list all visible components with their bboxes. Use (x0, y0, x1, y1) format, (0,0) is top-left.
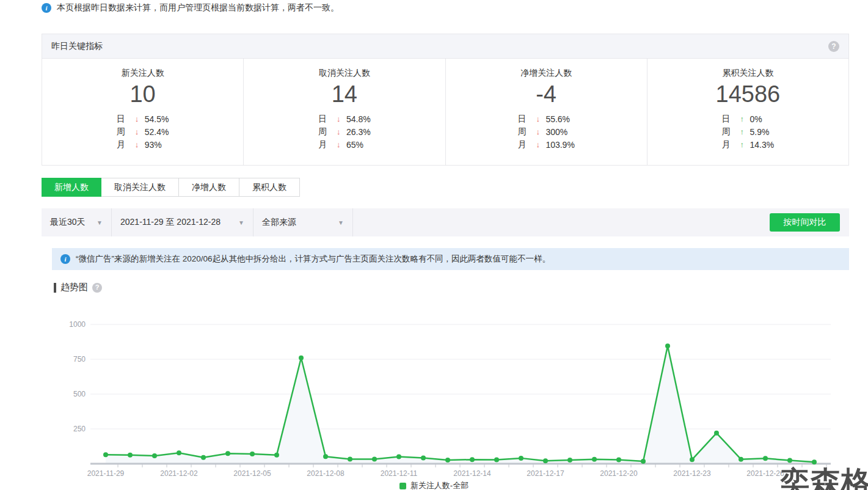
metric-trend-row: 周↓26.3% (318, 125, 371, 138)
help-icon[interactable]: ? (92, 283, 102, 293)
data-point (567, 458, 572, 463)
x-axis-tick-label: 2021-12-08 (307, 469, 345, 477)
data-point (177, 450, 181, 455)
data-point (763, 456, 768, 461)
trend-chart: 25050075010002021-11-292021-12-022021-12… (0, 312, 868, 477)
legend-label: 新关注人数-全部 (410, 480, 469, 490)
x-axis-tick-label: 2021-12-17 (527, 469, 564, 477)
arrow-down-icon: ↓ (135, 127, 145, 136)
arrow-down-icon: ↓ (337, 114, 346, 123)
trend-period-label: 周 (722, 126, 740, 137)
data-point (372, 456, 377, 461)
metric-trend-row: 日↓54.5% (117, 112, 169, 125)
data-point (103, 452, 108, 457)
data-point (616, 458, 621, 463)
data-point (739, 457, 743, 462)
metric-trend-row: 日↓54.8% (318, 112, 371, 125)
data-point (250, 452, 255, 456)
data-point (445, 458, 450, 463)
trend-period-label: 日 (722, 114, 740, 125)
trend-section-title: 趋势图 ? (54, 282, 102, 293)
metric-trend-row: 月↓65% (318, 138, 371, 151)
data-point (225, 451, 230, 456)
data-point (592, 457, 597, 462)
metric-label: 取消关注人数 (319, 68, 370, 79)
metric-trends: 日↓54.8%周↓26.3%月↓65% (318, 112, 371, 151)
chart-legend[interactable]: 新关注人数-全部 (0, 480, 868, 490)
metric-trends: 日↓54.5%周↓52.4%月↓93% (117, 112, 169, 151)
legend-swatch (399, 483, 406, 489)
trend-value: 300% (545, 127, 567, 137)
y-axis-tick-label: 500 (73, 390, 86, 398)
trend-value: 103.9% (545, 140, 574, 150)
arrow-down-icon: ↓ (536, 127, 545, 136)
source-dropdown[interactable]: 全部来源 ▼ (253, 208, 353, 236)
panel-header: 昨日关键指标 ? (42, 34, 848, 59)
data-point (519, 456, 523, 461)
arrow-down-icon: ↓ (135, 114, 145, 123)
metric-value: -4 (536, 81, 556, 108)
x-axis-tick-label: 2021-12-14 (453, 469, 491, 477)
metric-trend-row: 周↑5.9% (722, 125, 775, 138)
arrow-up-icon: ↑ (740, 114, 750, 123)
data-point (421, 455, 426, 460)
chevron-down-icon: ▼ (238, 219, 244, 226)
info-icon: i (42, 3, 51, 13)
help-icon[interactable]: ? (828, 41, 839, 52)
trend-period-label: 日 (517, 114, 536, 125)
metric-label: 新关注人数 (122, 68, 164, 79)
data-point (348, 456, 352, 461)
x-axis-tick-label: 2021-12-05 (233, 469, 271, 477)
data-point (641, 459, 646, 464)
x-axis-tick-label: 2021-12-20 (600, 469, 638, 477)
data-point (152, 453, 157, 458)
arrow-down-icon: ↓ (536, 114, 545, 123)
metric-card: 新关注人数10日↓54.5%周↓52.4%月↓93% (42, 59, 244, 165)
range-dropdown-label: 最近30天 (50, 217, 86, 228)
metric-label: 净增关注人数 (520, 68, 572, 79)
arrow-up-icon: ↑ (740, 140, 750, 149)
tab-new-followers[interactable]: 新增人数 (42, 178, 101, 197)
data-point (714, 431, 719, 436)
tab-cumulative[interactable]: 累积人数 (239, 178, 300, 197)
metric-tabs: 新增人数取消关注人数净增人数累积人数 (42, 178, 300, 197)
key-metrics-panel: 昨日关键指标 ? 新关注人数10日↓54.5%周↓52.4%月↓93%取消关注人… (42, 34, 849, 166)
data-point (299, 356, 304, 360)
arrow-up-icon: ↑ (740, 127, 750, 136)
x-axis-tick-label: 2021-12-02 (160, 469, 198, 477)
trend-value: 65% (346, 140, 363, 150)
compare-by-time-button[interactable]: 按时间对比 (770, 213, 840, 232)
data-point (396, 455, 401, 459)
range-dropdown[interactable]: 最近30天 ▼ (42, 208, 112, 236)
metric-trend-row: 月↓93% (117, 138, 169, 151)
metric-value: 14586 (716, 81, 781, 108)
trend-period-label: 月 (722, 139, 740, 150)
source-dropdown-label: 全部来源 (262, 217, 296, 228)
data-point (323, 454, 328, 459)
banner-text: “微信广告”来源的新增关注在 2020/06起从其他中拆分给出，计算方式与广告主… (76, 254, 550, 265)
trend-period-label: 周 (318, 126, 337, 137)
trend-line-chart: 25050075010002021-11-292021-12-022021-12… (0, 312, 868, 477)
data-point (494, 458, 499, 463)
trend-period-label: 日 (117, 114, 135, 125)
x-axis-tick-label: 2021-12-26 (746, 469, 784, 477)
arrow-down-icon: ↓ (337, 127, 346, 136)
section-bar (54, 283, 56, 293)
data-point (690, 457, 695, 462)
metric-trend-row: 周↓52.4% (117, 125, 169, 138)
chevron-down-icon: ▼ (338, 219, 344, 226)
section-title-text: 趋势图 (60, 282, 88, 293)
trend-value: 5.9% (750, 127, 770, 137)
date-range-dropdown[interactable]: 2021-11-29 至 2021-12-28 ▼ (112, 208, 253, 236)
trend-value: 55.6% (545, 114, 570, 124)
data-point (470, 457, 475, 462)
metric-trend-row: 月↓103.9% (517, 138, 574, 151)
tab-unfollowers[interactable]: 取消关注人数 (101, 178, 179, 197)
tab-net-growth[interactable]: 净增人数 (179, 178, 239, 197)
metrics-row: 新关注人数10日↓54.5%周↓52.4%月↓93%取消关注人数14日↓54.8… (42, 59, 848, 165)
trend-period-label: 日 (318, 114, 337, 125)
trend-value: 54.8% (346, 114, 371, 124)
data-point (665, 343, 670, 348)
metric-trend-row: 周↓300% (517, 125, 574, 138)
trend-period-label: 月 (318, 139, 337, 150)
